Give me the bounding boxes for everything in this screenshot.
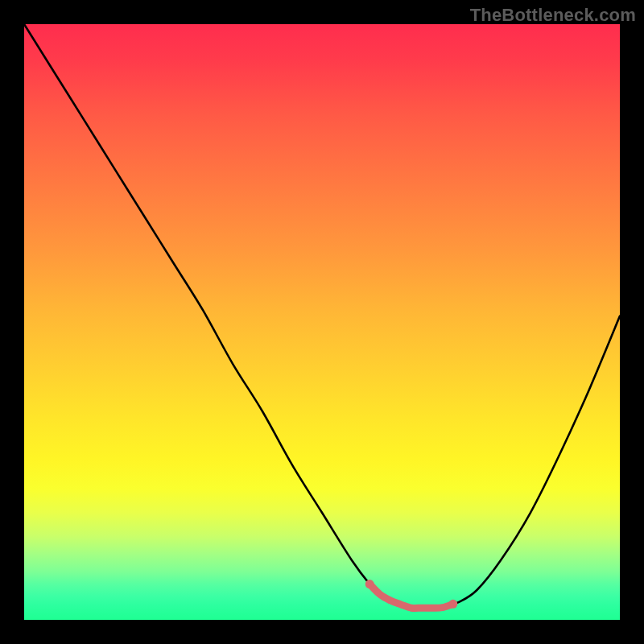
marker-dot-right [448,600,457,609]
marker-dot-left [365,580,374,588]
chart-plot-area [24,24,620,620]
bottleneck-curve [24,24,620,609]
marker-segment [369,584,453,609]
chart-curve-svg [24,24,620,620]
watermark-text: TheBottleneck.com [470,5,636,26]
